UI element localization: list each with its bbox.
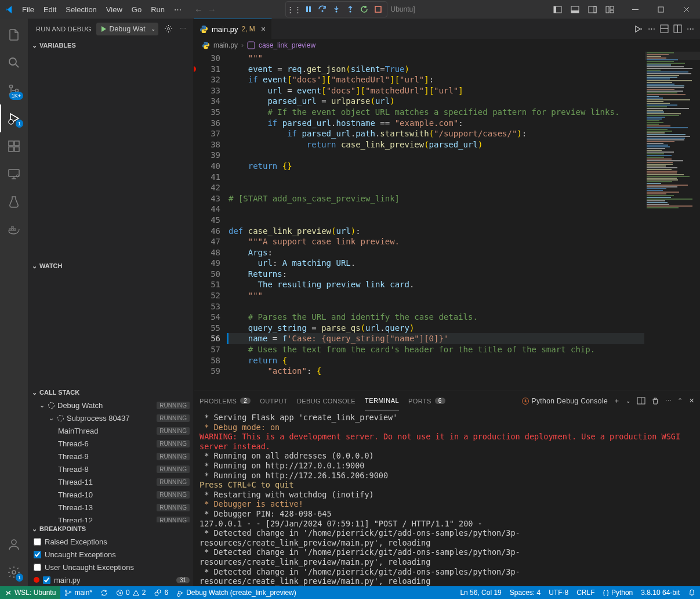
menu-view[interactable]: View bbox=[101, 0, 127, 19]
layout-panel-icon[interactable] bbox=[567, 1, 583, 17]
menu-edit[interactable]: Edit bbox=[39, 0, 61, 19]
tab-ports[interactable]: PORTS6 bbox=[408, 391, 445, 410]
callstack-thread[interactable]: Thread-6RUNNING bbox=[28, 437, 193, 450]
python-version[interactable]: 3.8.10 64-bit bbox=[637, 586, 684, 599]
svg-point-18 bbox=[10, 85, 13, 88]
menu-selection[interactable]: Selection bbox=[61, 0, 101, 19]
tab-debug-console[interactable]: DEBUG CONSOLE bbox=[297, 391, 356, 410]
breakpoints-section-head[interactable]: ⌄BREAKPOINTS bbox=[28, 522, 193, 535]
extensions-icon[interactable] bbox=[0, 132, 28, 160]
bp-raised-exceptions[interactable]: Raised Exceptions bbox=[28, 535, 193, 548]
bp-checkbox[interactable] bbox=[34, 564, 41, 571]
terminal-dropdown-icon[interactable]: ⌄ bbox=[626, 398, 630, 404]
docker-icon[interactable] bbox=[0, 216, 28, 244]
tab-problems[interactable]: PROBLEMS2 bbox=[200, 391, 251, 410]
tab-output[interactable]: OUTPUT bbox=[260, 391, 288, 410]
maximize-icon[interactable] bbox=[648, 0, 673, 19]
tab-main-py[interactable]: main.py 2, M × bbox=[194, 19, 272, 39]
callstack-thread[interactable]: Thread-10RUNNING bbox=[28, 488, 193, 501]
bp-checkbox[interactable] bbox=[34, 551, 41, 558]
minimap[interactable] bbox=[644, 52, 700, 391]
more-actions-icon[interactable]: ⋯ bbox=[178, 24, 188, 34]
callstack-section-head[interactable]: ⌄CALL STACK bbox=[28, 386, 193, 399]
editor-overflow-icon[interactable]: ⋯ bbox=[687, 24, 694, 33]
layout-customize-icon[interactable] bbox=[601, 1, 618, 17]
callstack-thread[interactable]: MainThreadRUNNING bbox=[28, 424, 193, 437]
editor-more-icon[interactable]: ⋯ bbox=[648, 24, 655, 33]
layout-sidebar-right-icon[interactable] bbox=[584, 1, 600, 17]
bp-uncaught-exceptions[interactable]: Uncaught Exceptions bbox=[28, 548, 193, 561]
menu-file[interactable]: File bbox=[17, 0, 39, 19]
explorer-icon[interactable] bbox=[0, 21, 28, 49]
language-mode[interactable]: { }Python bbox=[599, 586, 637, 599]
tab-terminal[interactable]: TERMINAL bbox=[365, 391, 399, 410]
bp-checkbox[interactable] bbox=[34, 538, 41, 546]
variables-section-head[interactable]: ⌄VARIABLES bbox=[28, 39, 193, 52]
run-dropdown-icon[interactable] bbox=[634, 24, 643, 34]
close-panel-icon[interactable]: ✕ bbox=[689, 397, 694, 405]
eol[interactable]: CRLF bbox=[572, 586, 599, 599]
remote-explorer-icon[interactable] bbox=[0, 160, 28, 188]
kill-terminal-icon[interactable] bbox=[651, 397, 659, 405]
callstack-thread[interactable]: Thread-9RUNNING bbox=[28, 450, 193, 463]
git-branch[interactable]: main* bbox=[60, 586, 96, 599]
problems-status[interactable]: 0 2 bbox=[112, 586, 150, 599]
restart-icon[interactable] bbox=[357, 3, 370, 16]
stop-icon[interactable] bbox=[371, 3, 384, 16]
nav-back-icon[interactable]: ← bbox=[194, 5, 203, 15]
callstack-thread[interactable]: Thread-11RUNNING bbox=[28, 475, 193, 488]
menu-run[interactable]: Run bbox=[146, 0, 169, 19]
menu-overflow[interactable]: ⋯ bbox=[169, 5, 186, 14]
search-icon[interactable] bbox=[0, 49, 28, 77]
cursor-position[interactable]: Ln 56, Col 19 bbox=[456, 586, 505, 599]
pause-icon[interactable] bbox=[302, 3, 314, 16]
step-out-icon[interactable] bbox=[343, 3, 356, 16]
accounts-icon[interactable] bbox=[0, 531, 28, 558]
ports-status[interactable]: 6 bbox=[150, 586, 172, 599]
chevron-down-icon[interactable]: ⌄ bbox=[151, 26, 155, 32]
tab-close-icon[interactable]: × bbox=[261, 24, 266, 34]
callstack-thread[interactable]: Thread-12RUNNING bbox=[28, 514, 193, 522]
menu-go[interactable]: Go bbox=[127, 0, 146, 19]
debug-config-select[interactable]: Debug Wat ⌄ bbox=[96, 23, 158, 35]
open-launch-json-icon[interactable] bbox=[163, 24, 173, 34]
bp-checkbox[interactable] bbox=[43, 576, 50, 584]
svg-rect-15 bbox=[632, 9, 639, 10]
maximize-panel-icon[interactable]: ⌃ bbox=[677, 397, 683, 405]
encoding[interactable]: UTF-8 bbox=[545, 586, 572, 599]
terminal-profile-select[interactable]: Python Debug Console bbox=[521, 397, 608, 405]
step-into-icon[interactable] bbox=[329, 3, 342, 16]
terminal-body[interactable]: * Serving Flask app 'create_link_preview… bbox=[194, 410, 700, 586]
callstack-subprocess[interactable]: ⌄ Subprocess 80437 RUNNING bbox=[28, 412, 193, 424]
indentation[interactable]: Spaces: 4 bbox=[506, 586, 545, 599]
split-down-icon[interactable] bbox=[660, 24, 669, 33]
step-over-icon[interactable] bbox=[315, 3, 328, 16]
bp-user-uncaught-exceptions[interactable]: User Uncaught Exceptions bbox=[28, 561, 193, 573]
bp-file[interactable]: main.py31 bbox=[28, 573, 193, 586]
watch-section-head[interactable]: ⌄WATCH bbox=[28, 259, 193, 272]
callstack-thread[interactable]: Thread-13RUNNING bbox=[28, 501, 193, 514]
source-control-icon[interactable]: 1K+ bbox=[0, 77, 28, 104]
testing-icon[interactable] bbox=[0, 188, 28, 216]
sync-icon[interactable] bbox=[96, 586, 112, 599]
svg-rect-16 bbox=[658, 7, 663, 12]
debug-status[interactable]: Debug Watch (create_link_preview) bbox=[172, 586, 300, 599]
editor-body[interactable]: 3031323334353637383940414243444546474849… bbox=[194, 52, 700, 391]
nav-forward-icon[interactable]: → bbox=[208, 5, 216, 15]
drag-handle-icon[interactable]: ⋮⋮ bbox=[288, 3, 300, 16]
run-debug-icon[interactable]: 1 bbox=[0, 104, 28, 132]
split-right-icon[interactable] bbox=[673, 24, 682, 33]
start-debug-icon[interactable] bbox=[99, 25, 107, 33]
notifications-icon[interactable] bbox=[684, 586, 700, 599]
new-terminal-icon[interactable]: ＋ bbox=[614, 396, 620, 405]
callstack-session[interactable]: ⌄ Debug Watch RUNNING bbox=[28, 399, 193, 412]
callstack-thread[interactable]: Thread-8RUNNING bbox=[28, 463, 193, 475]
panel-more-icon[interactable]: ⋯ bbox=[665, 397, 672, 405]
close-icon[interactable] bbox=[673, 0, 699, 19]
minimize-icon[interactable] bbox=[622, 0, 648, 19]
remote-indicator[interactable]: WSL: Ubuntu bbox=[0, 586, 60, 599]
split-terminal-icon[interactable] bbox=[637, 396, 645, 405]
layout-sidebar-left-icon[interactable] bbox=[549, 1, 565, 17]
settings-gear-icon[interactable]: 1 bbox=[0, 558, 28, 586]
breadcrumb[interactable]: main.py › case_link_preview bbox=[194, 39, 700, 52]
